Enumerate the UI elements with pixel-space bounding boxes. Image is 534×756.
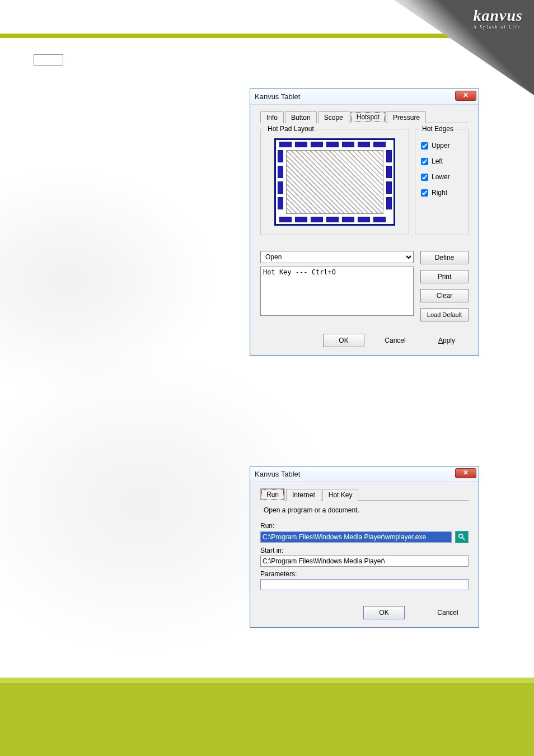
hotpad-layout-label: Hot Pad Layout xyxy=(265,125,316,133)
hotpad-preview[interactable] xyxy=(274,138,395,226)
svg-point-0 xyxy=(459,534,463,538)
edge-left-checkbox[interactable] xyxy=(421,158,428,165)
define-button[interactable]: Define xyxy=(420,251,469,264)
edge-left[interactable]: Left xyxy=(421,157,462,165)
cancel-button[interactable]: Cancel xyxy=(374,334,416,347)
edge-lower-checkbox[interactable] xyxy=(421,174,428,181)
close-button[interactable]: ✕ xyxy=(455,91,476,101)
tab-button[interactable]: Button xyxy=(285,111,317,123)
run-path-input[interactable] xyxy=(260,531,452,543)
startin-input[interactable] xyxy=(260,556,469,567)
load-default-button[interactable]: Load Default xyxy=(420,308,469,321)
dialog-title: Kanvus Tablet xyxy=(255,470,300,478)
edge-right[interactable]: Right xyxy=(421,189,462,197)
hotpad-work-area xyxy=(286,150,383,214)
edge-right-checkbox[interactable] xyxy=(421,189,428,197)
tab-internet[interactable]: Internet xyxy=(286,489,321,501)
params-input[interactable] xyxy=(260,579,469,590)
search-icon xyxy=(458,533,466,541)
ok-button[interactable]: OK xyxy=(323,334,364,347)
tab-pressure[interactable]: Pressure xyxy=(387,111,426,123)
bottom-accent-band xyxy=(0,678,534,756)
close-button[interactable]: ✕ xyxy=(455,468,476,478)
define-dialog: Kanvus Tablet ✕ Run Internet Hot Key Ope… xyxy=(250,466,479,628)
clear-button[interactable]: Clear xyxy=(420,289,469,302)
brand-logo: kanvus A Splash of Life xyxy=(474,7,523,30)
hot-edges-group: Hot Edges Upper Left Lower Right xyxy=(415,129,469,235)
apply-button[interactable]: Apply xyxy=(426,334,467,347)
edge-upper[interactable]: Upper xyxy=(421,142,462,150)
browse-button[interactable] xyxy=(455,531,469,543)
edge-lower[interactable]: Lower xyxy=(421,173,462,181)
ok-button[interactable]: OK xyxy=(363,606,405,619)
hotkey-display: Hot Key --- Ctrl+O xyxy=(260,267,414,316)
tab-hotspot[interactable]: Hotspot xyxy=(350,111,386,123)
page-header-button xyxy=(34,54,63,66)
tab-strip: Run Internet Hot Key xyxy=(260,488,469,501)
run-description: Open a program or a document. xyxy=(264,506,469,514)
hotpad-layout-group: Hot Pad Layout xyxy=(260,129,409,235)
run-label: Run: xyxy=(260,522,469,530)
edge-upper-checkbox[interactable] xyxy=(421,142,428,150)
brand-tagline: A Splash of Life xyxy=(474,25,523,30)
tab-hotkey[interactable]: Hot Key xyxy=(322,489,359,501)
print-button[interactable]: Print xyxy=(420,270,469,283)
dialog-titlebar: Kanvus Tablet ✕ xyxy=(250,466,479,482)
params-label: Parameters: xyxy=(260,570,469,578)
hot-edges-label: Hot Edges xyxy=(420,125,456,133)
tab-scope[interactable]: Scope xyxy=(318,111,349,123)
brand-name: kanvus xyxy=(474,7,523,24)
cancel-button[interactable]: Cancel xyxy=(427,606,469,619)
tab-info[interactable]: Info xyxy=(260,111,284,123)
dialog-titlebar: Kanvus Tablet ✕ xyxy=(250,89,479,105)
action-combobox[interactable]: Open xyxy=(260,251,414,263)
tab-strip: Info Button Scope Hotspot Pressure xyxy=(260,110,469,123)
hotspot-dialog: Kanvus Tablet ✕ Info Button Scope Hotspo… xyxy=(250,88,479,356)
svg-line-1 xyxy=(462,538,465,540)
dialog-title: Kanvus Tablet xyxy=(255,92,300,101)
tab-run[interactable]: Run xyxy=(260,488,285,501)
startin-label: Start in: xyxy=(260,547,469,554)
